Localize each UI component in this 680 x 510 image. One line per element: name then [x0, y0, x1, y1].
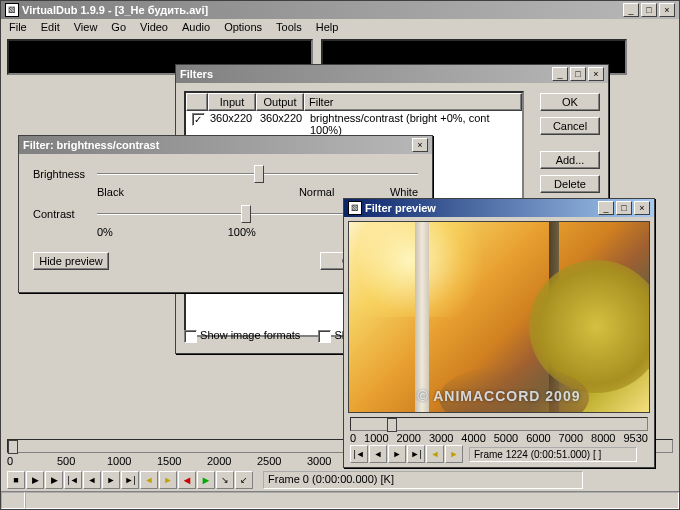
row-filter: brightness/contrast (bright +0%, cont 10… [310, 112, 522, 136]
key-prev-icon[interactable]: ◄ [426, 445, 444, 463]
ok-button[interactable]: OK [540, 93, 600, 111]
maximize-button[interactable]: □ [570, 67, 586, 81]
menu-video[interactable]: Video [134, 20, 174, 36]
play-input-icon[interactable]: ▶ [26, 471, 44, 489]
preview-image: © ANIMACCORD 2009 [348, 221, 650, 413]
delete-button[interactable]: Delete [540, 175, 600, 193]
mark-out-icon[interactable]: ↙ [235, 471, 253, 489]
brightness-slider[interactable] [97, 164, 418, 184]
status-cell [25, 492, 679, 509]
frame-status: Frame 0 (0:00:00.000) [K] [263, 471, 583, 489]
maximize-button[interactable]: □ [616, 201, 632, 215]
step-forward-icon[interactable]: ► [102, 471, 120, 489]
preview-toolbar: |◄ ◄ ► ►| ◄ ► Frame 1224 (0:00:51.000) [… [350, 445, 637, 463]
ruler-label: 0 [7, 455, 13, 467]
menu-go[interactable]: Go [105, 20, 132, 36]
slider-label-white: White [390, 186, 418, 198]
row-checkbox[interactable]: ✓ [192, 113, 205, 126]
menu-edit[interactable]: Edit [35, 20, 66, 36]
app-icon: ▧ [348, 201, 362, 215]
scene-prev-icon[interactable]: ◄ [178, 471, 196, 489]
minimize-button[interactable]: _ [598, 201, 614, 215]
mark-in-icon[interactable]: ↘ [216, 471, 234, 489]
slider-label-0: 0% [97, 226, 107, 238]
step-back-icon[interactable]: ◄ [83, 471, 101, 489]
col-output[interactable]: Output [256, 93, 304, 111]
slider-label-100: 100% [228, 226, 256, 238]
go-start-icon[interactable]: |◄ [350, 445, 368, 463]
key-next-icon[interactable]: ► [445, 445, 463, 463]
hide-preview-button[interactable]: Hide preview [33, 252, 109, 270]
close-button[interactable]: × [588, 67, 604, 81]
maximize-button[interactable]: □ [641, 3, 657, 17]
app-icon: ▧ [5, 3, 19, 17]
preview-timeline[interactable] [350, 417, 648, 431]
ruler-label: 1000 [107, 455, 131, 467]
filter-preview-window: ▧ Filter preview _ □ × © ANIMACCORD 2009… [343, 198, 655, 468]
menubar: File Edit View Go Video Audio Options To… [1, 19, 679, 37]
menu-options[interactable]: Options [218, 20, 268, 36]
ruler-label: 2500 [257, 455, 281, 467]
ruler-label: 3000 [307, 455, 331, 467]
menu-view[interactable]: View [68, 20, 104, 36]
menu-audio[interactable]: Audio [176, 20, 216, 36]
preview-ruler-labels: 0 1000 2000 3000 4000 5000 6000 7000 800… [350, 432, 648, 444]
timeline-thumb[interactable] [8, 440, 18, 454]
watermark-text: © ANIMACCORD 2009 [349, 388, 649, 404]
minimize-button[interactable]: _ [623, 3, 639, 17]
filters-title: Filters [180, 68, 552, 80]
main-toolbar: ■ ▶ ▶ |◄ ◄ ► ►| ◄ ► ◄ ► ↘ ↙ Frame 0 (0:0… [7, 471, 583, 489]
row-input: 360x220 [210, 112, 260, 136]
main-title: VirtualDub 1.9.9 - [3_Не будить.avi] [22, 4, 623, 16]
go-end-icon[interactable]: ►| [121, 471, 139, 489]
go-start-icon[interactable]: |◄ [64, 471, 82, 489]
ruler-label: 2000 [207, 455, 231, 467]
close-button[interactable]: × [412, 138, 428, 152]
col-check[interactable] [186, 93, 208, 111]
bc-titlebar[interactable]: Filter: brightness/contrast × [19, 136, 432, 154]
close-button[interactable]: × [634, 201, 650, 215]
stop-icon[interactable]: ■ [7, 471, 25, 489]
go-end-icon[interactable]: ►| [407, 445, 425, 463]
preview-titlebar[interactable]: ▧ Filter preview _ □ × [344, 199, 654, 217]
status-cell [1, 492, 25, 509]
main-statusbar [1, 491, 679, 509]
main-titlebar[interactable]: ▧ VirtualDub 1.9.9 - [3_Не будить.avi] _… [1, 1, 679, 19]
ruler-label: 500 [57, 455, 75, 467]
key-prev-icon[interactable]: ◄ [140, 471, 158, 489]
contrast-label: Contrast [33, 208, 91, 220]
slider-label-normal: Normal [243, 186, 389, 198]
filters-titlebar[interactable]: Filters _ □ × [176, 65, 608, 83]
row-output: 360x220 [260, 112, 310, 136]
step-back-icon[interactable]: ◄ [369, 445, 387, 463]
scene-next-icon[interactable]: ► [197, 471, 215, 489]
col-input[interactable]: Input [208, 93, 256, 111]
step-forward-icon[interactable]: ► [388, 445, 406, 463]
preview-status: Frame 1224 (0:00:51.000) [ ] [469, 447, 637, 462]
show-formats-check[interactable]: Show image formats [184, 329, 300, 343]
menu-tools[interactable]: Tools [270, 20, 308, 36]
menu-file[interactable]: File [3, 20, 33, 36]
cancel-button[interactable]: Cancel [540, 117, 600, 135]
preview-title: Filter preview [365, 202, 598, 214]
bc-title: Filter: brightness/contrast [23, 139, 412, 151]
minimize-button[interactable]: _ [552, 67, 568, 81]
preview-thumb[interactable] [387, 418, 397, 432]
close-button[interactable]: × [659, 3, 675, 17]
key-next-icon[interactable]: ► [159, 471, 177, 489]
slider-label-black: Black [97, 186, 243, 198]
brightness-label: Brightness [33, 168, 91, 180]
ruler-label: 1500 [157, 455, 181, 467]
menu-help[interactable]: Help [310, 20, 345, 36]
add-button[interactable]: Add... [540, 151, 600, 169]
col-filter[interactable]: Filter [304, 93, 522, 111]
filter-row[interactable]: ✓ 360x220 360x220 brightness/contrast (b… [186, 111, 522, 137]
play-output-icon[interactable]: ▶ [45, 471, 63, 489]
